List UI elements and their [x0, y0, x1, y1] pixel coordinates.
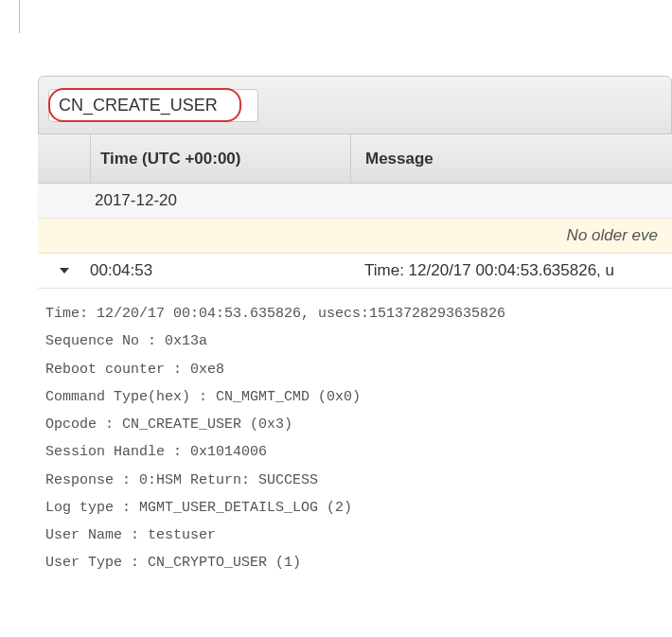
time-header-label: Time (UTC +00:00) — [100, 150, 240, 168]
chevron-down-icon — [59, 265, 70, 276]
table-header-row: Time (UTC +00:00) Message — [38, 134, 672, 184]
search-input-wrapper — [48, 89, 258, 122]
row-message-value: Time: 12/20/17 00:04:53.635826, u — [364, 261, 614, 279]
detail-line: Response : 0:HSM Return: SUCCESS — [45, 467, 664, 494]
svg-marker-0 — [60, 268, 69, 274]
date-group-label: 2017-12-20 — [95, 191, 177, 209]
detail-line: Command Type(hex) : CN_MGMT_CMD (0x0) — [45, 383, 664, 411]
detail-line: Reboot counter : 0xe8 — [45, 356, 664, 383]
message-column-header[interactable]: Message — [350, 134, 672, 183]
date-group-row: 2017-12-20 — [38, 184, 672, 219]
log-row[interactable]: 00:04:53 Time: 12/20/17 00:04:53.635826,… — [38, 254, 672, 289]
row-time-cell: 00:04:53 — [90, 261, 350, 280]
time-column-header[interactable]: Time (UTC +00:00) — [90, 134, 350, 183]
older-events-row: No older eve — [38, 219, 672, 254]
detail-line: User Type : CN_CRYPTO_USER (1) — [45, 549, 664, 576]
row-time-value: 00:04:53 — [90, 261, 152, 279]
vertical-divider — [19, 0, 20, 33]
expand-toggle[interactable] — [38, 265, 90, 276]
row-message-cell: Time: 12/20/17 00:04:53.635826, u — [350, 261, 672, 280]
message-header-label: Message — [365, 150, 433, 168]
search-bar — [38, 76, 672, 134]
detail-line: Log type : MGMT_USER_DETAILS_LOG (2) — [45, 494, 664, 522]
older-events-label: No older eve — [567, 226, 658, 244]
search-input[interactable] — [59, 96, 248, 115]
detail-line: Sequence No : 0x13a — [45, 327, 664, 355]
detail-line: User Name : testuser — [45, 522, 664, 549]
detail-line: Session Handle : 0x1014006 — [45, 438, 664, 466]
log-detail-block: Time: 12/20/17 00:04:53.635826, usecs:15… — [38, 289, 672, 587]
detail-line: Time: 12/20/17 00:04:53.635826, usecs:15… — [45, 300, 664, 327]
detail-line: Opcode : CN_CREATE_USER (0x3) — [45, 411, 664, 438]
